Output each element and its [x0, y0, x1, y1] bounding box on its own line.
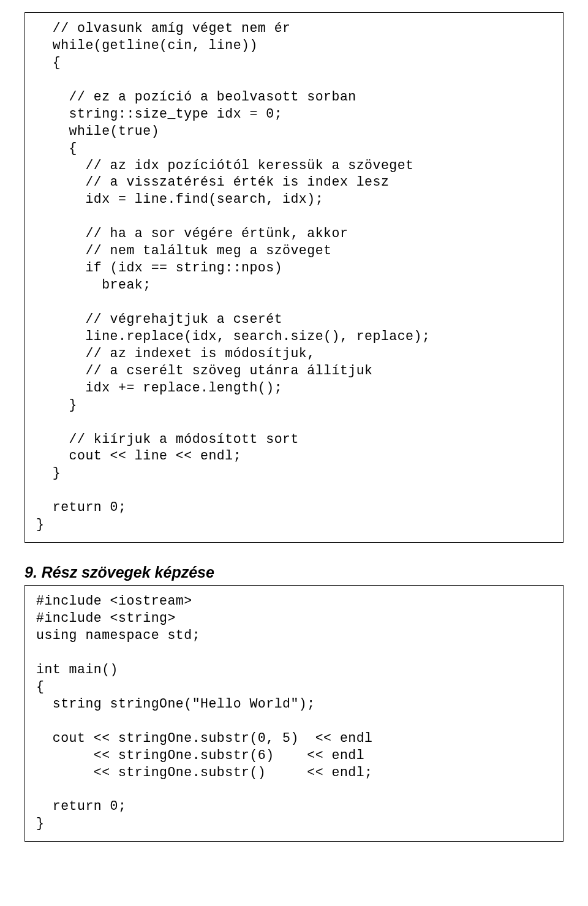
section-heading: 9. Rész szövegek képzése [24, 564, 564, 581]
code-block-2: #include <iostream> #include <string> us… [24, 585, 564, 842]
code-block-1: // olvasunk amíg véget nem ér while(getl… [24, 12, 564, 543]
